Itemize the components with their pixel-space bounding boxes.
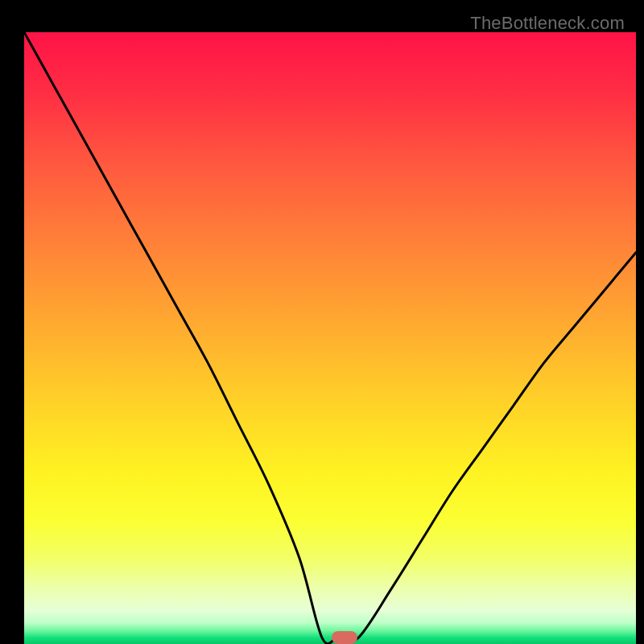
watermark-text: TheBottleneck.com: [470, 13, 625, 34]
bottleneck-curve: [24, 32, 636, 644]
curve-layer: [24, 32, 636, 644]
chart-frame: TheBottleneck.com: [8, 8, 636, 636]
plot-area: [24, 32, 636, 644]
optimal-marker: [332, 631, 357, 644]
